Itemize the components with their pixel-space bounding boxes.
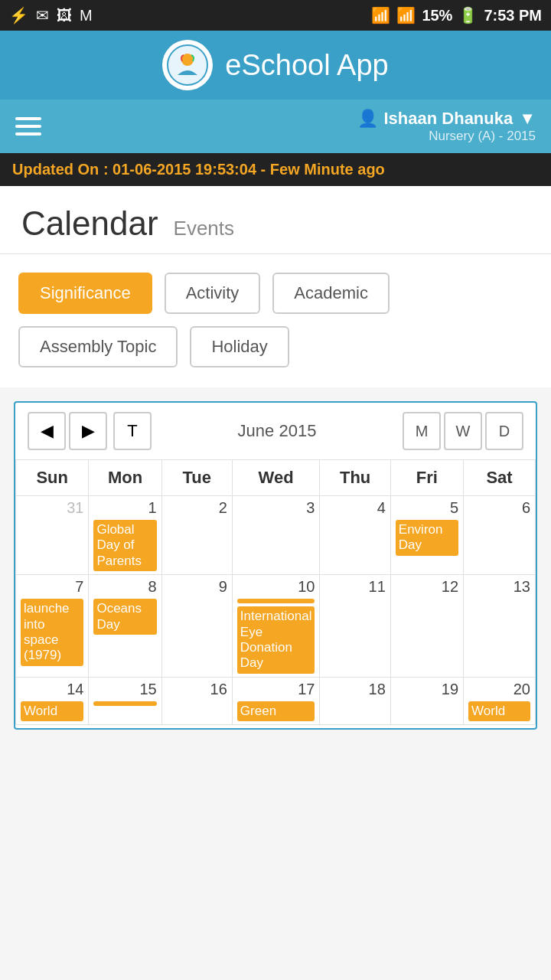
calendar-day[interactable]: 5Environ Day: [390, 496, 463, 575]
time-display: 7:53 PM: [484, 7, 542, 24]
user-class: Nursery (A) - 2015: [429, 129, 536, 144]
event-tag[interactable]: launche into space (1979): [21, 599, 83, 666]
day-number: 31: [21, 499, 83, 517]
calendar-day[interactable]: 17Green: [232, 677, 320, 724]
header-thu: Thu: [320, 460, 390, 496]
calendar-month: June 2015: [238, 421, 317, 441]
calendar-section: ◀ ▶ T June 2015 M W D Sun Mon Tue Wed Th…: [14, 401, 537, 730]
day-number: 6: [468, 499, 530, 517]
day-number: 10: [237, 578, 315, 596]
day-number: 17: [237, 681, 315, 698]
status-icons: ⚡ ✉ 🖼 M: [9, 6, 93, 24]
calendar-day[interactable]: 6: [464, 496, 536, 575]
image-icon: 🖼: [57, 7, 72, 24]
header-fri: Fri: [390, 460, 463, 496]
calendar-body: 311Global Day of Parents2345Environ Day6…: [16, 496, 536, 725]
update-suffix: - Few Minute ago: [261, 161, 385, 178]
prev-month-btn[interactable]: ◀: [28, 412, 66, 450]
day-number: 8: [93, 578, 156, 596]
day-number: 11: [324, 578, 385, 596]
calendar-day[interactable]: 1Global Day of Parents: [89, 496, 161, 575]
month-view-btn[interactable]: M: [403, 412, 441, 450]
battery-text: 15%: [422, 7, 452, 24]
prev-next-btns: ◀ ▶: [28, 412, 107, 450]
calendar-row: 311Global Day of Parents2345Environ Day6: [16, 496, 536, 575]
filter-row-1: Significance Activity Academic: [18, 273, 533, 314]
status-bar: ⚡ ✉ 🖼 M 📶 📶 15% 🔋 7:53 PM: [0, 0, 551, 31]
page-subtitle: Events: [174, 217, 235, 240]
header-tue: Tue: [161, 460, 232, 496]
update-banner: Updated On : 01-06-2015 19:53:04 - Few M…: [0, 153, 551, 186]
calendar-day[interactable]: 15: [89, 677, 161, 724]
filter-significance[interactable]: Significance: [18, 273, 152, 314]
day-number: 18: [324, 681, 385, 698]
filter-holiday[interactable]: Holiday: [190, 326, 289, 368]
email-icon: ✉: [36, 6, 49, 24]
calendar-day[interactable]: 9: [161, 575, 232, 678]
calendar-day[interactable]: 20World: [464, 677, 536, 724]
user-info: 👤 Ishaan Dhanuka ▼ Nursery (A) - 2015: [357, 109, 536, 144]
calendar-day[interactable]: 13: [464, 575, 536, 678]
app-logo: [162, 40, 213, 90]
signal-icon: 📶: [396, 6, 416, 24]
header-sun: Sun: [16, 460, 89, 496]
calendar-day[interactable]: 7launche into space (1979): [16, 575, 89, 678]
event-tag[interactable]: International Eye Donation Day: [237, 606, 315, 674]
sub-header: 👤 Ishaan Dhanuka ▼ Nursery (A) - 2015: [0, 100, 551, 153]
update-datetime: 01-06-2015 19:53:04: [112, 161, 256, 178]
filter-row-2: Assembly Topic Holiday: [18, 326, 533, 368]
event-tag[interactable]: World: [468, 701, 530, 721]
filter-academic[interactable]: Academic: [272, 273, 390, 314]
header-wed: Wed: [232, 460, 320, 496]
calendar-row: 14World151617Green181920World: [16, 677, 536, 724]
today-btn[interactable]: T: [113, 412, 152, 450]
event-tag[interactable]: World: [21, 701, 83, 721]
calendar-day[interactable]: 31: [16, 496, 89, 575]
day-number: 7: [21, 578, 83, 596]
day-number: 2: [167, 499, 227, 517]
hamburger-menu[interactable]: [15, 117, 41, 136]
week-view-btn[interactable]: W: [444, 412, 482, 450]
header-sat: Sat: [464, 460, 536, 496]
event-tag[interactable]: [237, 599, 315, 603]
event-tag[interactable]: [93, 701, 156, 706]
next-month-btn[interactable]: ▶: [69, 412, 107, 450]
user-name-row[interactable]: 👤 Ishaan Dhanuka ▼: [357, 109, 536, 129]
filter-section: Significance Activity Academic Assembly …: [0, 254, 551, 387]
page-title-row: Calendar Events: [0, 186, 551, 254]
calendar-day[interactable]: 3: [232, 496, 320, 575]
day-number: 16: [167, 681, 227, 698]
event-tag[interactable]: Environ Day: [396, 520, 458, 556]
day-number: 3: [237, 499, 315, 517]
page-title: Calendar: [21, 204, 158, 243]
usb-icon: ⚡: [9, 6, 28, 24]
calendar-day[interactable]: 12: [390, 575, 463, 678]
event-tag[interactable]: Green: [237, 701, 315, 721]
header-mon: Mon: [89, 460, 161, 496]
day-view-btn[interactable]: D: [485, 412, 523, 450]
filter-assembly-topic[interactable]: Assembly Topic: [18, 326, 178, 368]
calendar-day[interactable]: 10International Eye Donation Day: [232, 575, 320, 678]
filter-activity[interactable]: Activity: [165, 273, 261, 314]
battery-icon: 🔋: [458, 6, 478, 24]
calendar-day[interactable]: 11: [320, 575, 390, 678]
calendar-day[interactable]: 2: [161, 496, 232, 575]
dropdown-icon[interactable]: ▼: [519, 109, 536, 129]
calendar-day[interactable]: 14World: [16, 677, 89, 724]
app-header: eSchool App: [0, 31, 551, 100]
event-tag[interactable]: Global Day of Parents: [93, 520, 156, 571]
day-number: 13: [468, 578, 530, 596]
calendar-day[interactable]: 16: [161, 677, 232, 724]
user-name: Ishaan Dhanuka: [384, 109, 514, 129]
weekday-header-row: Sun Mon Tue Wed Thu Fri Sat: [16, 460, 536, 496]
gmail-icon: M: [80, 7, 93, 24]
day-number: 19: [396, 681, 458, 698]
calendar-grid: Sun Mon Tue Wed Thu Fri Sat 311Global Da…: [15, 459, 536, 725]
calendar-day[interactable]: 18: [320, 677, 390, 724]
update-label: Updated On :: [12, 161, 109, 178]
calendar-day[interactable]: 8Oceans Day: [89, 575, 161, 678]
calendar-day[interactable]: 19: [390, 677, 463, 724]
event-tag[interactable]: Oceans Day: [93, 599, 156, 635]
cal-nav-left: ◀ ▶ T: [28, 412, 152, 450]
calendar-day[interactable]: 4: [320, 496, 390, 575]
